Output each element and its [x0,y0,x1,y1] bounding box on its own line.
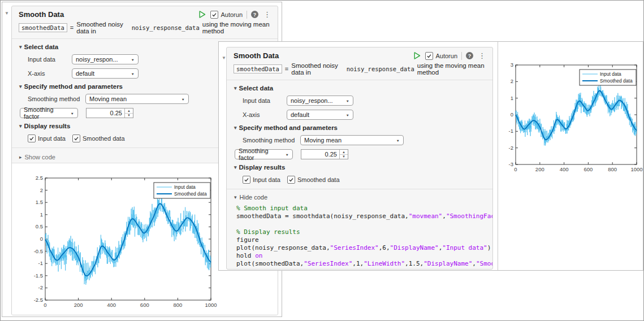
svg-text:0.5: 0.5 [36,223,43,229]
smoothing-factor-spinner[interactable]: 0.25 ▲ ▼ [86,108,133,118]
svg-text:200: 200 [74,302,83,308]
output-variable-field[interactable]: smoothedData [19,23,67,32]
collapse-icon: ▾ [19,84,22,89]
svg-text:800: 800 [608,166,617,172]
code-line: plot(smoothedData,"SeriesIndex",1,"LineW… [236,260,488,268]
checkbox-label: Smoothed data [297,176,340,183]
chevron-down-icon: ▼ [346,113,349,116]
code-line: % Display results [236,228,488,236]
checkbox-label: Smoothed data [83,135,125,142]
xaxis-value: default [291,111,309,118]
section-label: Specify method and parameters [24,83,123,90]
xaxis-label: X-axis [28,70,72,77]
collapse-icon: ▾ [234,85,237,91]
svg-text:-1: -1 [509,128,513,134]
svg-text:0: 0 [44,302,46,308]
checkbox-label: Input data [38,135,66,142]
live-editor-window-front: ▼ Smooth Data Autorun ? ⋮ [218,41,643,271]
section-collapse-icon[interactable]: ▼ [5,11,9,16]
equals-sign: = [70,24,74,31]
input-data-checkbox[interactable]: Input data [28,135,66,142]
smooth-data-plot-right[interactable]: 02004006008001000-3-2-10123Input dataSmo… [499,50,644,183]
smoothing-factor-spinner[interactable]: 0.25 ▲ ▼ [301,149,348,159]
chevron-down-icon: ▼ [71,111,74,115]
svg-text:-3: -3 [509,161,513,167]
help-icon[interactable]: ? [466,52,473,59]
run-button[interactable] [413,51,421,60]
svg-text:200: 200 [535,166,544,172]
spinner-up-icon[interactable]: ▲ [125,109,133,114]
task-summary: smoothedData = Smoothed noisy data in no… [234,62,487,76]
section-display-results[interactable]: ▾ Display results [234,164,492,171]
smoothing-method-dropdown[interactable]: Moving mean ▼ [300,135,404,145]
svg-text:2: 2 [511,78,513,84]
xaxis-dropdown[interactable]: default ▼ [72,68,139,79]
smoothed-data-checkbox[interactable]: Smoothed data [72,135,125,142]
smoothing-factor-dropdown[interactable]: Smoothing factor ▼ [235,149,293,159]
section-label: Specify method and parameters [239,124,338,131]
autorun-checkbox[interactable]: Autorun [210,11,243,19]
smoothing-method-label: Smoothing method [243,137,300,144]
code-line [236,220,488,228]
smoothing-factor-value[interactable]: 0.25 [301,150,339,159]
section-method[interactable]: ▾ Specify method and parameters [234,124,492,131]
show-code-label: Show code [25,154,55,160]
smoothed-data-checkbox[interactable]: Smoothed data [287,176,340,184]
summary-text: Smoothed noisy data in [291,62,343,76]
svg-text:1000: 1000 [205,302,217,308]
task-summary: smoothedData = Smoothed noisy data in no… [19,21,272,34]
svg-text:2.5: 2.5 [36,175,43,181]
collapse-icon: ▾ [234,194,237,200]
more-options-icon[interactable]: ⋮ [262,11,272,18]
checkbox-check-icon [210,11,218,19]
collapse-icon: ▸ [19,154,22,160]
spinner-up-icon[interactable]: ▲ [340,150,348,155]
checkbox-check-icon [72,135,80,142]
smoothing-factor-value[interactable]: 0.25 [87,109,124,118]
svg-text:1: 1 [40,211,43,218]
input-data-dropdown[interactable]: noisy_respon... ▼ [72,54,139,64]
task-title: Smooth Data [234,51,279,60]
checkbox-label: Input data [253,176,280,183]
input-data-checkbox[interactable]: Input data [243,176,280,184]
chevron-down-icon: ▼ [131,72,135,75]
code-line: % Smooth input data [236,205,488,212]
code-line: figure [236,236,488,244]
code-line: smoothedData = smoothdata(noisy_response… [236,212,488,220]
section-collapse-icon[interactable]: ▼ [222,55,226,60]
equals-sign: = [285,66,288,72]
run-button[interactable] [198,10,206,19]
section-select-data[interactable]: ▾ Select data [234,85,492,92]
svg-text:-1: -1 [38,260,43,266]
smoothing-factor-dropdown[interactable]: Smoothing factor ▼ [20,108,78,118]
summary-text-2: using the moving mean method [202,21,272,34]
collapse-icon: ▾ [234,164,237,170]
section-label: Select data [239,85,274,92]
svg-text:3: 3 [511,62,513,68]
section-label: Display results [24,123,71,129]
svg-text:Smoothed data: Smoothed data [174,191,207,197]
autorun-checkbox[interactable]: Autorun [425,52,457,60]
output-variable-field[interactable]: smoothedData [234,64,282,73]
toolbar-separator [461,52,462,60]
checkbox-check-icon [425,52,433,60]
smoothing-method-value: Moving mean [89,96,127,102]
chevron-down-icon: ▼ [346,99,349,102]
spinner-down-icon[interactable]: ▼ [125,114,133,118]
hide-code-toggle[interactable]: ▾ Hide code [227,192,492,203]
collapse-icon: ▾ [19,44,22,50]
generated-code-block[interactable]: % Smooth input datasmoothedData = smooth… [227,203,492,270]
input-data-dropdown[interactable]: noisy_respon... ▼ [287,96,353,106]
task-title: Smooth Data [19,10,64,19]
xaxis-dropdown[interactable]: default ▼ [287,110,353,120]
chevron-down-icon: ▼ [131,58,135,61]
more-options-icon[interactable]: ⋮ [477,52,487,59]
spinner-down-icon[interactable]: ▼ [340,155,348,159]
task-header: Smooth Data Autorun ? ⋮ [19,10,272,19]
svg-text:-2: -2 [38,284,43,290]
svg-text:-1.5: -1.5 [34,272,43,279]
collapse-icon: ▾ [19,123,22,129]
svg-text:-2: -2 [509,145,513,151]
smoothing-method-dropdown[interactable]: Moving mean ▼ [85,94,189,104]
help-icon[interactable]: ? [251,11,258,18]
